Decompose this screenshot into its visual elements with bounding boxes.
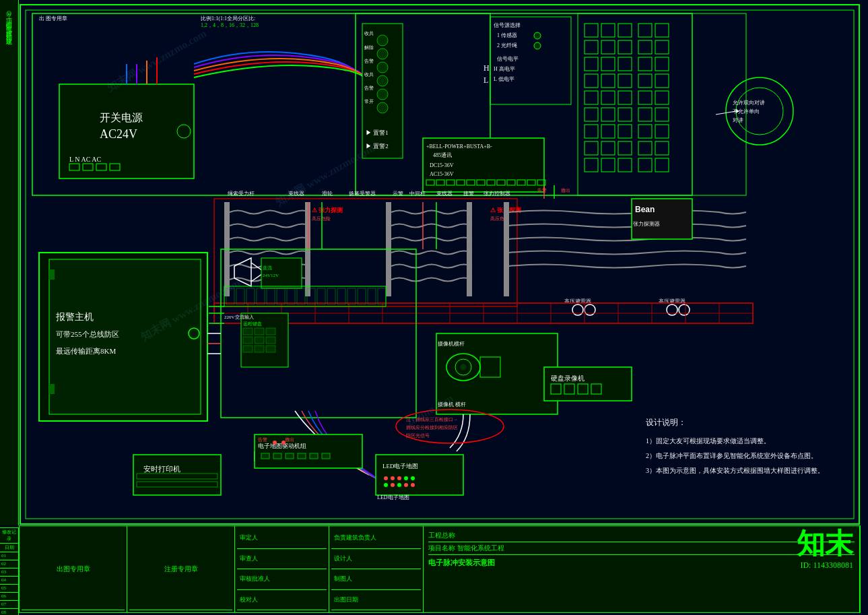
- svg-text:束线器: 束线器: [288, 191, 304, 197]
- svg-point-22: [377, 48, 388, 59]
- svg-text:高压危险: 高压危险: [312, 216, 331, 222]
- svg-text:LED电子地图: LED电子地图: [377, 494, 409, 500]
- svg-text:防区光信号: 防区光信号: [406, 433, 430, 439]
- svg-text:比例1:1(1:1全局分区比:: 比例1:1(1:1全局分区比:: [201, 15, 255, 22]
- responsible-row-4: 出图日期: [331, 590, 421, 611]
- doc-id-value: 1143308081: [813, 560, 853, 570]
- svg-text:张力探测器: 张力探测器: [633, 221, 660, 227]
- svg-point-217: [384, 476, 388, 480]
- date-label: 出图日期: [334, 595, 358, 604]
- svg-rect-63: [601, 108, 615, 121]
- svg-text:告警: 告警: [537, 188, 547, 193]
- svg-text:▶ 置警1: ▶ 置警1: [366, 129, 389, 136]
- revision-table: 修改记录 日期 01 02 03 04 05 06 07 08 09 10: [0, 527, 19, 615]
- svg-rect-67: [618, 125, 632, 138]
- svg-text:DC15-36V: DC15-36V: [430, 162, 454, 168]
- svg-rect-215: [376, 455, 463, 495]
- svg-rect-69: [601, 141, 615, 155]
- svg-rect-76: [638, 40, 652, 54]
- svg-text:安时打印机: 安时打印机: [143, 465, 180, 473]
- personnel-col: 审定人 审查人 审核批准人 校对人: [235, 526, 329, 612]
- svg-text:撤出: 撤出: [561, 188, 570, 193]
- svg-point-225: [404, 483, 408, 487]
- svg-text:开关电源: 开关电源: [100, 112, 143, 123]
- svg-text:H: H: [483, 63, 490, 73]
- svg-text:硬盘录像机: 硬盘录像机: [551, 375, 585, 382]
- sidebar-left: 分 工 项 图幅 电气 给排水 结构 建筑: [0, 0, 19, 525]
- svg-rect-228: [133, 455, 221, 495]
- svg-text:张力控制器: 张力控制器: [483, 191, 510, 197]
- project-name: 项目名称 智能化系统工程: [428, 542, 855, 555]
- svg-rect-77: [655, 40, 669, 54]
- svg-text:允许双向对讲: 允许双向对讲: [733, 100, 765, 106]
- svg-rect-62: [585, 108, 598, 121]
- svg-rect-187: [246, 288, 255, 304]
- svg-rect-83: [655, 91, 669, 104]
- svg-rect-51: [601, 40, 615, 54]
- svg-text:滑轮: 滑轮: [322, 191, 333, 197]
- rev-row-05: 05: [0, 585, 18, 593]
- svg-rect-90: [638, 158, 652, 172]
- svg-rect-49: [618, 24, 632, 37]
- personnel-row-4: 校对人: [237, 590, 327, 611]
- svg-rect-89: [655, 141, 669, 155]
- svg-text:摄像机 横杆: 摄像机 横杆: [438, 401, 466, 408]
- svg-rect-196: [337, 288, 345, 304]
- svg-rect-177: [266, 328, 275, 335]
- svg-text:信号电平: 信号电平: [497, 56, 519, 62]
- doc-id-label: ID: 1143308081: [797, 560, 853, 571]
- svg-rect-241: [322, 453, 330, 459]
- svg-text:告警: 告警: [364, 59, 374, 64]
- svg-text:24V12V: 24V12V: [263, 273, 279, 278]
- svg-rect-57: [601, 74, 615, 88]
- svg-text:▶ 置警2: ▶ 置警2: [366, 143, 389, 150]
- svg-rect-80: [638, 74, 652, 88]
- design-note-2: 2）电子脉冲平面布置详参见智能化系统室外设备布点图。: [646, 451, 834, 461]
- svg-rect-178: [243, 337, 253, 344]
- svg-rect-82: [638, 91, 652, 104]
- svg-rect-183: [266, 346, 275, 352]
- designer-label: 设计人: [334, 554, 352, 563]
- svg-text:对讲: 对讲: [733, 117, 743, 123]
- svg-text:1 传感器: 1 传感器: [497, 32, 517, 38]
- svg-rect-237: [273, 453, 281, 459]
- svg-point-242: [273, 441, 277, 445]
- svg-rect-189: [267, 288, 275, 304]
- design-notes-title: 设计说明：: [646, 416, 834, 430]
- svg-rect-58: [618, 74, 632, 88]
- svg-text:扬幕受警器: 扬幕受警器: [349, 191, 376, 197]
- svg-rect-85: [655, 108, 669, 121]
- svg-rect-87: [655, 125, 669, 138]
- svg-rect-68: [585, 141, 598, 155]
- svg-text:远程键盘: 远程键盘: [243, 321, 262, 327]
- checker-label: 审查人: [240, 554, 258, 563]
- svg-point-25: [377, 89, 388, 100]
- svg-rect-48: [601, 24, 615, 37]
- svg-rect-54: [601, 57, 615, 71]
- svg-text:告警: 告警: [258, 437, 267, 443]
- svg-text:可带255个总线防区: 可带255个总线防区: [56, 330, 119, 338]
- svg-rect-200: [378, 288, 386, 304]
- svg-rect-59: [585, 91, 598, 104]
- svg-rect-236: [261, 453, 269, 459]
- svg-point-224: [397, 483, 401, 487]
- svg-rect-65: [585, 125, 598, 138]
- svg-rect-186: [236, 288, 244, 304]
- svg-text:L: L: [483, 75, 488, 85]
- svg-rect-180: [266, 337, 275, 344]
- svg-point-24: [377, 75, 388, 86]
- svg-rect-88: [638, 141, 652, 155]
- svg-rect-71: [585, 158, 598, 172]
- svg-rect-164: [49, 384, 55, 394]
- registered-stamp-label: 注册专用章: [129, 528, 232, 610]
- rev-row-06: 06: [0, 593, 18, 601]
- svg-rect-238: [286, 453, 294, 459]
- design-notes: 设计说明： 1）固定大友可根据现场要求做适当调整。 2）电子脉冲平面布置详参见智…: [646, 416, 834, 480]
- svg-point-226: [411, 483, 415, 487]
- svg-rect-52: [618, 40, 632, 54]
- svg-rect-64: [618, 108, 632, 121]
- svg-rect-197: [347, 288, 356, 304]
- svg-text:摄像机横杆: 摄像机横杆: [438, 341, 465, 347]
- svg-text:直流: 直流: [263, 265, 272, 271]
- svg-rect-181: [243, 346, 253, 352]
